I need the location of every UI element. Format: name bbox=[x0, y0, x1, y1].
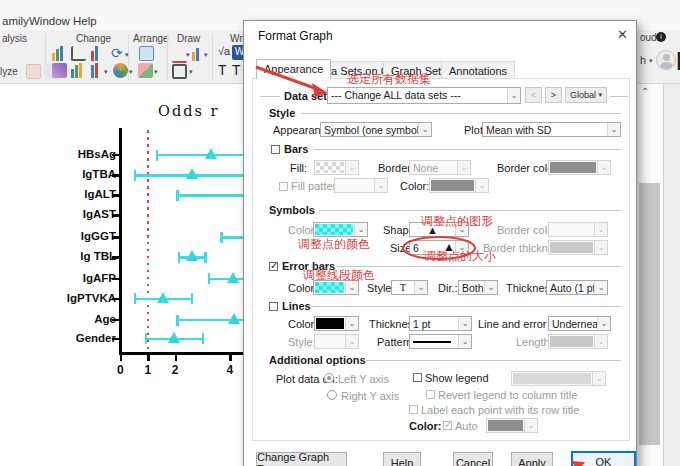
bars-fill-select[interactable]: ⌄ bbox=[314, 160, 359, 175]
label-points-checkbox[interactable] bbox=[409, 405, 418, 414]
error-bars-checkbox[interactable] bbox=[269, 262, 278, 271]
symbols-color-select[interactable]: ⌄ bbox=[313, 222, 368, 237]
revert-legend-label: Revert legend to column title bbox=[438, 389, 577, 401]
align-icon[interactable] bbox=[139, 46, 154, 61]
tab-appearance[interactable]: Appearance bbox=[256, 59, 331, 79]
dir-select[interactable]: Both⌄ bbox=[458, 280, 498, 295]
ok-button[interactable]: OK bbox=[571, 451, 636, 466]
publish-label[interactable]: h bbox=[640, 54, 646, 66]
x-tick-label: 4 bbox=[227, 363, 234, 377]
chevron-down-icon: ⌄ bbox=[457, 161, 470, 174]
right-y-axis-radio[interactable] bbox=[327, 390, 337, 400]
reference-line-x1 bbox=[147, 130, 150, 360]
dialog-title: Format Graph bbox=[258, 29, 333, 43]
additional-color-select[interactable]: ⌄ bbox=[486, 418, 538, 433]
rotate-icon[interactable]: ⟳ bbox=[111, 45, 126, 60]
prev-data-set-button[interactable]: < bbox=[525, 87, 542, 103]
chevron-down-icon: ⌄ bbox=[594, 241, 607, 254]
plot-select[interactable]: Mean with SD⌄ bbox=[482, 122, 621, 137]
magic-wand-icon[interactable] bbox=[52, 63, 67, 78]
error-bars-style-select[interactable]: T ⌄ bbox=[391, 280, 428, 295]
apply-button[interactable]: Apply bbox=[511, 452, 553, 466]
cancel-button[interactable]: Cancel bbox=[453, 452, 493, 466]
text-tool-icon[interactable]: T bbox=[218, 62, 233, 77]
symbols-border-color-select[interactable]: ⌄ bbox=[548, 222, 608, 237]
fill-pattern-checkbox[interactable] bbox=[279, 182, 288, 191]
group-shapes-icon[interactable] bbox=[138, 63, 153, 78]
prism-logo: P bbox=[676, 46, 680, 77]
color-scheme-caret-icon[interactable]: ▾ bbox=[129, 68, 133, 76]
draw-label-caret-icon[interactable]: ▾ bbox=[204, 51, 208, 59]
cloud-label[interactable]: oud bbox=[640, 32, 657, 43]
help-button[interactable]: Help bbox=[383, 452, 421, 466]
lines-checkbox[interactable] bbox=[269, 302, 278, 311]
solid-line-glyph bbox=[413, 341, 451, 343]
border-thickness-select[interactable]: ⌄ bbox=[548, 240, 608, 255]
arrange-caret-icon[interactable]: ▾ bbox=[154, 68, 158, 76]
show-legend-label: Show legend bbox=[425, 372, 489, 384]
publish-caret-icon[interactable]: ▾ bbox=[649, 57, 653, 65]
mean-triangle-marker bbox=[186, 168, 198, 179]
note-adjust-shape: 调整点的图形 bbox=[421, 213, 493, 230]
menu-family[interactable]: amily bbox=[2, 15, 29, 27]
close-icon[interactable]: ✕ bbox=[617, 27, 628, 42]
lines-style-label: Style: bbox=[288, 336, 316, 348]
draw-line-icon[interactable] bbox=[172, 48, 187, 63]
length-select[interactable]: ⌄ bbox=[548, 334, 608, 349]
equation-icon[interactable]: √a bbox=[218, 45, 233, 60]
mean-triangle-marker bbox=[157, 292, 169, 303]
change-graph-type-button[interactable]: Change Graph Type... bbox=[256, 452, 347, 466]
category-label: Age bbox=[20, 313, 116, 325]
draw-rect-icon[interactable] bbox=[172, 64, 187, 79]
change-type-caret-icon[interactable]: ▾ bbox=[104, 68, 108, 76]
lines-header: Lines bbox=[282, 300, 311, 312]
draw-line-caret-icon[interactable]: ▾ bbox=[186, 51, 190, 59]
revert-legend-checkbox[interactable] bbox=[426, 390, 435, 399]
next-data-set-button[interactable]: > bbox=[545, 87, 562, 103]
fill-pattern-select[interactable]: ⌄ bbox=[334, 178, 388, 193]
left-y-axis-label: Left Y axis bbox=[338, 373, 389, 385]
chevron-down-icon: ⌄ bbox=[414, 281, 427, 294]
fill-label: Fill: bbox=[290, 162, 307, 174]
global-button[interactable]: Global ▾ bbox=[565, 87, 607, 103]
chevron-down-icon: ⌄ bbox=[594, 223, 607, 236]
line-error-go-select[interactable]: Underneath⌄ bbox=[548, 316, 611, 331]
info-icon[interactable]: i bbox=[656, 32, 666, 42]
analyze-grid-icon[interactable] bbox=[26, 64, 41, 79]
eb-thickness-select[interactable]: Auto (1 pt)⌄ bbox=[546, 280, 608, 295]
chevron-down-icon: ⌄ bbox=[458, 335, 471, 348]
left-y-axis-radio[interactable] bbox=[324, 373, 334, 383]
auto-color-checkbox[interactable] bbox=[443, 421, 452, 430]
add-data-icon[interactable] bbox=[71, 63, 86, 78]
category-label: IgALT bbox=[20, 188, 116, 200]
mean-triangle-marker bbox=[205, 148, 217, 159]
appearance-select[interactable]: Symbol (one symbol per co⌄ bbox=[320, 122, 432, 137]
error-bar-cap-right bbox=[204, 252, 207, 263]
user-avatar[interactable] bbox=[656, 50, 676, 70]
menu-help[interactable]: Help bbox=[73, 15, 97, 27]
bars-checkbox[interactable] bbox=[271, 145, 280, 154]
y-tick bbox=[112, 194, 120, 197]
lines-color-label: Color: bbox=[288, 318, 317, 330]
lines-thickness-select[interactable]: 1 pt⌄ bbox=[409, 316, 472, 331]
tab-annotations[interactable]: Annotations bbox=[441, 61, 515, 79]
bars-border-color-select[interactable]: ⌄ bbox=[548, 160, 611, 175]
legend-select[interactable]: ⌄ bbox=[511, 371, 606, 386]
pattern-select[interactable]: ⌄ bbox=[409, 334, 472, 349]
chart-title: Odds r bbox=[158, 103, 219, 119]
swap-axes-icon[interactable] bbox=[71, 46, 86, 61]
bars-color-select[interactable]: ⌄ bbox=[429, 178, 489, 193]
show-legend-checkbox[interactable] bbox=[413, 373, 422, 382]
color-scheme-icon[interactable] bbox=[113, 63, 128, 78]
chart-size-icon[interactable] bbox=[91, 46, 106, 61]
style-header: Style bbox=[269, 107, 295, 119]
additional-options-header: Additional options bbox=[269, 354, 366, 366]
chart-colors-icon[interactable] bbox=[52, 46, 67, 61]
lines-style-select[interactable]: ⌄ bbox=[314, 334, 359, 349]
menu-window[interactable]: Window bbox=[29, 15, 70, 27]
lines-color-select[interactable]: ⌄ bbox=[314, 316, 359, 331]
bars-border-select[interactable]: None⌄ bbox=[409, 160, 471, 175]
draw-rect-caret-icon[interactable]: ▾ bbox=[189, 68, 193, 76]
rotate-caret-icon[interactable]: ▾ bbox=[125, 51, 129, 59]
data-set-select[interactable]: --- Change ALL data sets ---⌄ bbox=[327, 87, 521, 104]
